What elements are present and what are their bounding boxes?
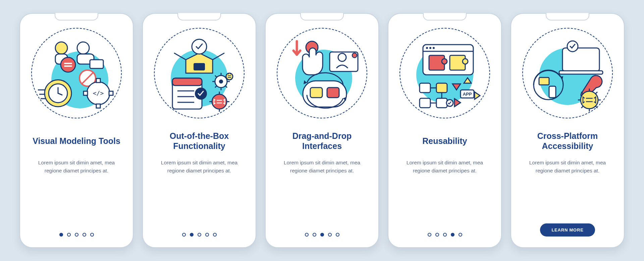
pagination-dot[interactable]	[328, 233, 332, 237]
svg-rect-57	[327, 88, 339, 98]
pagination-dot[interactable]	[305, 233, 309, 237]
svg-rect-84	[549, 86, 556, 98]
pagination-dot[interactable]	[435, 233, 439, 237]
svg-line-93	[595, 92, 597, 94]
pagination-dot[interactable]	[75, 233, 78, 237]
svg-point-67	[463, 59, 468, 64]
pagination-dot[interactable]	[83, 233, 86, 237]
svg-point-27	[192, 39, 207, 54]
svg-rect-79	[562, 48, 599, 71]
card-title: Out-of-the-Box Functionality	[151, 130, 248, 151]
svg-text:</>: </>	[93, 90, 104, 97]
pagination-dot[interactable]	[459, 233, 462, 237]
svg-point-3	[77, 42, 89, 54]
pagination-dot[interactable]	[443, 233, 447, 237]
card-description: Lorem ipsum sit dimin amet, mea regione …	[151, 159, 248, 175]
drag-and-drop-icon	[277, 28, 367, 118]
visual-modeling-icon: </>	[31, 28, 122, 118]
phone-notch	[55, 13, 98, 20]
svg-rect-70	[436, 98, 447, 108]
svg-point-62	[429, 47, 431, 49]
svg-point-61	[426, 47, 428, 49]
svg-point-35	[219, 80, 223, 84]
svg-rect-26	[194, 63, 205, 70]
pagination-dots	[59, 233, 94, 237]
svg-point-66	[442, 59, 447, 64]
card-description: Lorem ipsum sit dimin amet, mea regione …	[519, 159, 616, 175]
svg-point-81	[567, 41, 578, 52]
pagination-dot[interactable]	[336, 233, 339, 237]
pagination-dot[interactable]	[90, 233, 94, 237]
pagination-dot[interactable]	[320, 233, 324, 237]
svg-rect-71	[420, 98, 430, 108]
onboarding-card: APP Reusability Lorem ipsum sit dimin am…	[388, 13, 502, 248]
svg-rect-68	[420, 83, 430, 93]
pagination-dot[interactable]	[198, 233, 201, 237]
svg-point-54	[352, 53, 357, 58]
pagination-dot[interactable]	[205, 233, 209, 237]
svg-point-63	[433, 47, 435, 49]
pagination-dot[interactable]	[190, 233, 194, 237]
pagination-dot[interactable]	[213, 233, 217, 237]
pagination-dots	[182, 233, 217, 237]
pagination-dot[interactable]	[428, 233, 431, 237]
svg-text:APP: APP	[463, 92, 472, 97]
svg-rect-69	[436, 83, 447, 93]
card-description: Lorem ipsum sit dimin amet, mea regione …	[28, 159, 125, 175]
card-title: Reusability	[422, 130, 467, 151]
svg-rect-21	[96, 104, 100, 108]
svg-point-44	[226, 73, 233, 80]
onboarding-card: </> Visual Modeling Tools Lorem ipsum si…	[19, 13, 133, 248]
out-of-the-box-icon	[154, 28, 245, 118]
pagination-dots	[428, 233, 462, 237]
svg-rect-22	[84, 91, 88, 95]
svg-line-92	[581, 106, 583, 108]
svg-rect-5	[90, 60, 103, 68]
svg-point-6	[61, 57, 75, 72]
svg-rect-80	[559, 71, 603, 74]
onboarding-card: Drag-and-Drop Interfaces Lorem ipsum sit…	[265, 13, 379, 248]
pagination-dot[interactable]	[313, 233, 316, 237]
card-title: Drag-and-Drop Interfaces	[274, 130, 370, 151]
learn-more-button[interactable]: LEARN MORE	[540, 223, 595, 237]
svg-rect-29	[172, 78, 202, 86]
svg-rect-83	[539, 77, 549, 85]
pagination-dot[interactable]	[59, 233, 63, 237]
pagination-dots	[305, 233, 339, 237]
svg-rect-20	[96, 79, 100, 83]
pagination-dot[interactable]	[182, 233, 186, 237]
svg-point-1	[55, 42, 67, 54]
phone-notch	[177, 13, 221, 20]
card-title: Cross-Platform Accessibility	[519, 130, 616, 151]
onboarding-card: Cross-Platform Accessibility Lorem ipsum…	[511, 13, 625, 248]
pagination-dot[interactable]	[451, 233, 454, 237]
svg-rect-56	[310, 88, 322, 98]
phone-notch	[546, 13, 589, 20]
phone-notch	[300, 13, 344, 20]
onboarding-card: Out-of-the-Box Functionality Lorem ipsum…	[142, 13, 256, 248]
svg-line-91	[595, 106, 597, 108]
reusability-icon: APP	[399, 28, 490, 118]
phone-notch	[423, 13, 467, 20]
onboarding-carousel: </> Visual Modeling Tools Lorem ipsum si…	[0, 3, 644, 258]
cross-platform-icon	[522, 28, 613, 118]
card-title: Visual Modeling Tools	[33, 130, 120, 151]
pagination-dot[interactable]	[67, 233, 71, 237]
svg-rect-23	[109, 91, 113, 95]
svg-point-53	[338, 53, 346, 61]
card-description: Lorem ipsum sit dimin amet, mea regione …	[274, 159, 370, 175]
card-description: Lorem ipsum sit dimin amet, mea regione …	[396, 159, 493, 175]
